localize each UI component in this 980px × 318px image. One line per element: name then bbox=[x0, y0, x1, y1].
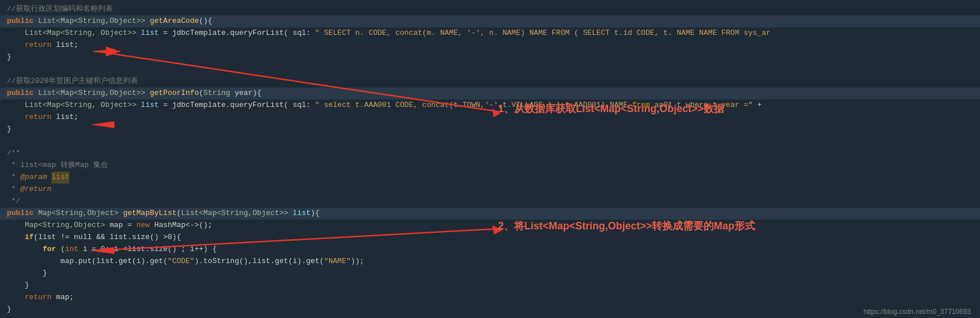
code-line: } bbox=[0, 124, 980, 136]
code-text: ( bbox=[199, 88, 204, 100]
code-text: (){ bbox=[199, 15, 212, 27]
code-text bbox=[145, 88, 150, 100]
code-text: year){ bbox=[230, 88, 262, 100]
type: List<Map<String,Object>> bbox=[38, 88, 145, 100]
code-text: ){ bbox=[311, 208, 320, 220]
code-text: ).toString(),list.get(i).get( bbox=[195, 256, 324, 268]
code-text bbox=[7, 244, 42, 256]
variable: list bbox=[141, 100, 159, 112]
code-line: if (list != null && list.size() >0){ bbox=[0, 232, 980, 244]
code-text bbox=[7, 292, 25, 304]
code-line: //获取2020年贫困户主键和户信息列表 bbox=[0, 75, 980, 88]
code-text bbox=[7, 39, 25, 51]
code-line: } bbox=[0, 280, 980, 292]
code-text bbox=[7, 232, 25, 244]
code-line: return list; bbox=[0, 39, 980, 51]
code-text: = jdbcTemplate.queryForList( sql: bbox=[159, 100, 315, 112]
code-text: map.put(list.get(i).get( bbox=[7, 256, 168, 268]
comment-text: //获取行政区划编码和名称列表 bbox=[7, 3, 113, 15]
code-text bbox=[145, 15, 150, 27]
method: getPoorInfo bbox=[150, 88, 199, 100]
code-text bbox=[34, 208, 38, 220]
type: List<Map<String,Object>> bbox=[181, 208, 288, 220]
comment-text: * list<map 转换Map 集合 bbox=[7, 160, 108, 172]
sql-string: " SELECT n. CODE, concat(m. NAME, '-', n… bbox=[315, 27, 770, 39]
code-text: + bbox=[753, 100, 762, 112]
code-line: public List<Map<String,Object>> getPoorI… bbox=[0, 88, 980, 100]
keyword: int bbox=[65, 244, 78, 256]
method: getMapByList bbox=[123, 208, 177, 220]
comment-text: /** bbox=[7, 148, 20, 160]
keyword: public bbox=[7, 88, 34, 100]
code-text: map = bbox=[105, 220, 137, 232]
comment-text: * bbox=[7, 184, 20, 196]
code-text bbox=[289, 208, 293, 220]
code-text: } bbox=[7, 304, 11, 316]
code-line: public List<Map<String,Object>> getAreaC… bbox=[0, 15, 980, 27]
type: List<Map<String, Object>> bbox=[25, 27, 136, 39]
code-text: = jdbcTemplate.queryForList( sql: bbox=[159, 27, 315, 39]
code-line: } bbox=[0, 304, 980, 316]
keyword: new bbox=[136, 220, 149, 232]
keyword: public bbox=[7, 15, 34, 27]
code-line bbox=[0, 63, 980, 75]
type: Map<String,Object> bbox=[25, 220, 105, 232]
variable: list bbox=[141, 27, 159, 39]
javadoc-return: @return bbox=[20, 184, 52, 196]
code-line: * @return bbox=[0, 184, 980, 196]
code-line: List<Map<String, Object>> list = jdbcTem… bbox=[0, 27, 980, 39]
code-text: )); bbox=[351, 256, 364, 268]
type: String bbox=[203, 88, 230, 100]
footer-url: https://blog.csdn.net/m0_37710693 bbox=[864, 308, 971, 316]
code-line: } bbox=[0, 268, 980, 280]
string-literal: "CODE" bbox=[168, 256, 195, 268]
code-line: map.put(list.get(i).get( "CODE" ).toStri… bbox=[0, 256, 980, 268]
keyword: return bbox=[25, 292, 52, 304]
code-line: * @param list bbox=[0, 172, 980, 184]
code-line: * list<map 转换Map 集合 bbox=[0, 160, 980, 172]
variable: list bbox=[293, 208, 310, 220]
code-line: Map<String,Object> map = new HashMap<->(… bbox=[0, 220, 980, 232]
code-text: map; bbox=[52, 292, 74, 304]
keyword: public bbox=[7, 208, 34, 220]
code-line bbox=[0, 136, 980, 148]
string-literal: "NAME" bbox=[324, 256, 351, 268]
code-text bbox=[136, 100, 141, 112]
code-text bbox=[47, 172, 52, 184]
comment-text: * bbox=[7, 172, 20, 184]
code-text bbox=[136, 27, 141, 39]
code-text bbox=[34, 15, 38, 27]
code-text bbox=[7, 27, 25, 39]
method: getAreaCode bbox=[150, 15, 199, 27]
code-text: ( bbox=[56, 244, 65, 256]
code-line: public Map<String,Object> getMapByList (… bbox=[0, 208, 980, 220]
param-name: list bbox=[52, 172, 69, 184]
code-line: List<Map<String, Object>> list = jdbcTem… bbox=[0, 100, 980, 112]
code-text: HashMap<->(); bbox=[150, 220, 212, 232]
code-text bbox=[7, 112, 25, 124]
type: List<Map<String,Object>> bbox=[38, 15, 145, 27]
code-text bbox=[7, 220, 25, 232]
code-line: return map; bbox=[0, 292, 980, 304]
code-text: } bbox=[7, 51, 11, 63]
keyword: return bbox=[25, 39, 52, 51]
code-editor: //获取行政区划编码和名称列表 public List<Map<String,O… bbox=[0, 0, 980, 318]
code-line: return list; bbox=[0, 112, 980, 124]
code-text: } bbox=[7, 280, 29, 292]
code-line: /** bbox=[0, 148, 980, 160]
keyword: if bbox=[25, 232, 34, 244]
code-text: } bbox=[7, 268, 47, 280]
keyword: return bbox=[25, 112, 52, 124]
annotation-label-1: 1、从数据库获取List<Map<String,Object>>数据 bbox=[498, 102, 724, 116]
javadoc-param: @param bbox=[20, 172, 47, 184]
code-text bbox=[34, 88, 38, 100]
comment-text: //获取2020年贫困户主键和户信息列表 bbox=[7, 75, 138, 88]
keyword: for bbox=[42, 244, 56, 256]
type: Map<String,Object> bbox=[38, 208, 118, 220]
code-line: for ( int i = 0; i <list.size() ; i++) { bbox=[0, 244, 980, 256]
code-text: } bbox=[7, 124, 11, 136]
code-text bbox=[118, 208, 123, 220]
comment-text: */ bbox=[7, 196, 20, 208]
code-text bbox=[7, 100, 25, 112]
code-text: list; bbox=[52, 39, 78, 51]
